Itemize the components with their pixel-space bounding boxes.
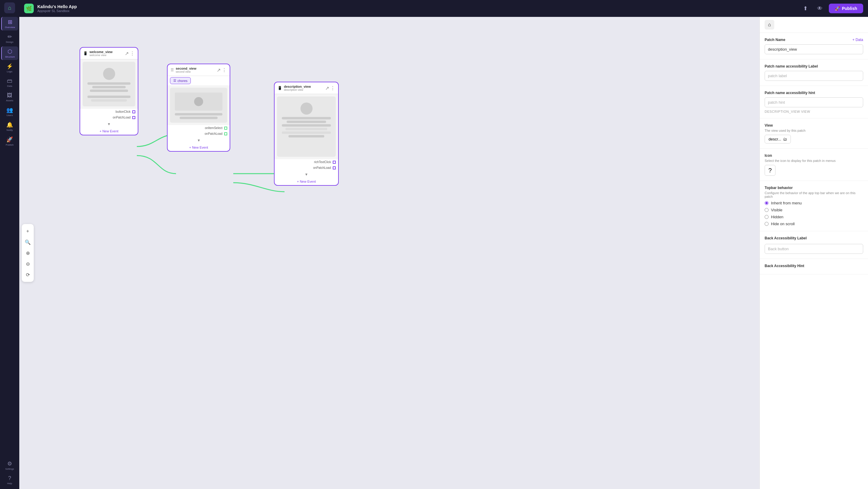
expand-icon-welcome[interactable]: ↗: [125, 51, 129, 56]
publish-icon: 🚀: [6, 136, 13, 143]
description-view-subtitle: description view: [284, 88, 323, 91]
sidebar-label-assets: Assets: [6, 99, 13, 102]
sidebar-item-data[interactable]: 🗃 Data: [1, 76, 18, 89]
accessibility-label-input[interactable]: [765, 71, 863, 81]
publish-button[interactable]: 🚀 Publish: [829, 4, 863, 13]
home-button[interactable]: ⌂: [4, 2, 15, 13]
welcome-view-subtitle: welcome view: [90, 54, 123, 57]
sidebar-item-assets[interactable]: 🖼 Assets: [1, 90, 18, 104]
welcome-event-onpatchload: onPatchLoad: [80, 115, 138, 120]
menu-icon-welcome[interactable]: ⋮: [130, 51, 135, 56]
sidebar-item-publish[interactable]: 🚀 Publish: [1, 134, 18, 148]
description-event-dot-1[interactable]: [333, 161, 336, 164]
radio-hidden[interactable]: Hidden: [765, 215, 863, 219]
panel-home-button[interactable]: ⌂: [765, 20, 774, 30]
second-event-dot-2[interactable]: [224, 132, 227, 135]
radio-inherit-input[interactable]: [765, 201, 769, 205]
sidebar-label-overview: Overview: [5, 26, 15, 29]
sidebar-label-data: Data: [7, 85, 12, 87]
description-header-actions[interactable]: ↗ ⋮: [325, 85, 335, 91]
accessibility-hint-input[interactable]: [765, 97, 863, 107]
app-sub: Appspotr SL Sandbox: [37, 9, 77, 13]
description-event-dot-2[interactable]: [333, 166, 336, 170]
view-value: descr...: [769, 137, 781, 142]
description-line-6: [288, 135, 324, 137]
publish-icon-btn: 🚀: [835, 6, 840, 11]
view-desc: The view used by this patch: [765, 129, 863, 132]
description-new-event[interactable]: + New Event: [275, 178, 338, 185]
chores-tab[interactable]: ☰ chores: [170, 77, 191, 84]
back-hint-section: Back Accessibility Hint: [760, 259, 868, 274]
second-view-body: [167, 85, 230, 125]
welcome-line-2: [92, 86, 126, 88]
welcome-event-dot-2[interactable]: [132, 116, 135, 119]
second-header-actions[interactable]: ↗ ⋮: [217, 67, 227, 73]
expand-icon-second[interactable]: ↗: [217, 67, 221, 73]
chores-tab-container: ☰ chores: [170, 77, 227, 84]
expand-icon-description[interactable]: ↗: [325, 85, 329, 91]
canvas: 📱 welcome_view welcome view ↗ ⋮: [19, 17, 760, 489]
radio-hide-on-scroll-label: Hide on scroll: [771, 222, 795, 226]
sidebar-item-notify[interactable]: 🔔 Notify: [1, 120, 18, 133]
second-view-subtitle: second view: [176, 70, 215, 73]
sidebar-item-help[interactable]: ? Help: [1, 473, 18, 487]
second-event-dot-1[interactable]: [224, 127, 227, 130]
add-data-link[interactable]: + Data: [852, 38, 863, 42]
refresh-button[interactable]: ⟳: [23, 270, 33, 279]
description-view-frame: 📱 description_view description view ↗ ⋮: [274, 82, 339, 186]
radio-visible-input[interactable]: [765, 208, 769, 212]
welcome-view-title: welcome_view: [90, 50, 123, 54]
menu-icon-description[interactable]: ⋮: [330, 85, 335, 91]
second-event-onpatchload: onPatchLoad: [167, 131, 230, 136]
radio-inherit[interactable]: Inherit from menu: [765, 201, 863, 205]
radio-visible[interactable]: Visible: [765, 208, 863, 212]
menu-icon-second[interactable]: ⋮: [222, 67, 227, 73]
welcome-expand[interactable]: ▾: [80, 120, 138, 127]
welcome-event-buttonclick: buttonClick: [80, 109, 138, 115]
icon-value: ?: [768, 167, 772, 174]
welcome-event-dot-1[interactable]: [132, 110, 135, 113]
second-new-event[interactable]: + New Event: [167, 144, 230, 151]
panel-home-section: ⌂: [760, 17, 868, 33]
sidebar-item-logic[interactable]: ⚡ Logic: [1, 61, 18, 75]
users-icon: 👥: [6, 107, 13, 113]
icon-box[interactable]: ?: [765, 165, 775, 176]
preview-button[interactable]: 👁: [814, 3, 825, 14]
second-event-onitemselect: onItemSelect: [167, 125, 230, 131]
mini-toolbar: + 🔍 ⊕ ⊖ ⟳: [22, 224, 34, 282]
back-label-input[interactable]: [765, 244, 863, 254]
search-button[interactable]: 🔍: [23, 237, 33, 247]
radio-inherit-label: Inherit from menu: [771, 201, 802, 205]
view-stack-icon: 🗂: [783, 137, 787, 142]
description-avatar: [301, 102, 313, 115]
view-section: View The view used by this patch descr..…: [760, 119, 868, 149]
description-expand[interactable]: ▾: [275, 171, 338, 178]
second-view-header: ☰ second_view second view ↗ ⋮: [167, 64, 230, 76]
second-line-2: [180, 117, 218, 119]
description-view-body: [275, 94, 338, 159]
radio-hide-on-scroll-input[interactable]: [765, 222, 769, 226]
welcome-header-actions[interactable]: ↗ ⋮: [125, 51, 135, 56]
sidebar-item-structure[interactable]: ⬡ Structure: [1, 47, 18, 60]
add-button[interactable]: +: [23, 226, 33, 236]
icon-title: Icon: [765, 153, 863, 158]
sidebar-item-settings[interactable]: ⚙ Settings: [1, 459, 18, 472]
description-title-block: description_view description view: [284, 85, 323, 91]
zoom-out-button[interactable]: ⊖: [23, 259, 33, 269]
radio-hide-on-scroll[interactable]: Hide on scroll: [765, 222, 863, 226]
accessibility-label-title: Patch name accessibility Label: [765, 64, 863, 68]
sidebar-item-users[interactable]: 👥 Users: [1, 105, 18, 119]
sidebar-item-overview[interactable]: ⊞ Overview: [1, 17, 18, 30]
welcome-line-1: [87, 82, 130, 85]
second-expand[interactable]: ▾: [167, 136, 230, 144]
sidebar-label-logic: Logic: [7, 70, 12, 73]
sidebar-item-design[interactable]: ✏ Design: [1, 32, 18, 45]
welcome-new-event[interactable]: + New Event: [80, 127, 138, 135]
zoom-in-button[interactable]: ⊕: [23, 248, 33, 258]
radio-hidden-input[interactable]: [765, 215, 769, 219]
view-badge[interactable]: descr... 🗂: [765, 135, 791, 144]
sidebar-label-notify: Notify: [7, 129, 13, 131]
description-view-title: description_view: [284, 85, 323, 88]
patch-name-input[interactable]: [765, 44, 863, 54]
share-button[interactable]: ⬆: [800, 3, 811, 14]
